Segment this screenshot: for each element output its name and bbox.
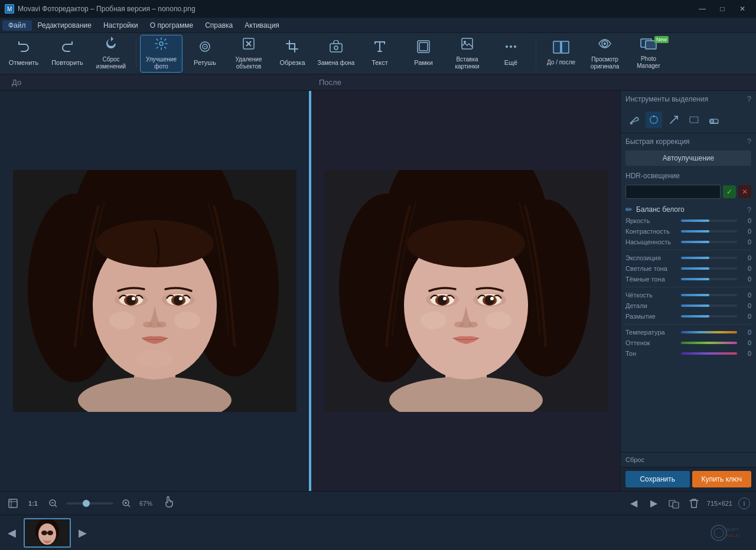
- zoom-in-button[interactable]: [119, 496, 133, 510]
- replace-bg-button[interactable]: Замена фона: [315, 35, 357, 73]
- menu-about[interactable]: О программе: [144, 20, 199, 31]
- lasso-selection-tool[interactable]: [646, 112, 662, 128]
- frames-label: Рамки: [414, 59, 433, 67]
- svg-rect-12: [419, 42, 428, 51]
- next-image-button[interactable]: ▶: [647, 496, 661, 510]
- crop-button[interactable]: Обрезка: [271, 35, 314, 73]
- frames-button[interactable]: Рамки: [402, 35, 445, 73]
- remove-objects-button[interactable]: Удаление объектов: [227, 35, 270, 73]
- tint-slider-row: Оттенок 0: [621, 338, 756, 348]
- maximize-button[interactable]: □: [713, 3, 731, 15]
- view-original-button[interactable]: Просмотр оригинала: [584, 35, 626, 73]
- filmstrip-prev-button[interactable]: ◀: [5, 521, 19, 545]
- prev-image-button[interactable]: ◀: [627, 496, 641, 510]
- svg-point-66: [454, 322, 464, 328]
- retouch-button[interactable]: Ретушь: [184, 35, 226, 73]
- menu-activation[interactable]: Активация: [239, 20, 285, 31]
- rect-selection-tool[interactable]: [686, 112, 702, 128]
- reset-button[interactable]: Сброс изменений: [90, 35, 132, 73]
- temperature-slider[interactable]: [681, 331, 737, 333]
- contrast-slider[interactable]: [681, 230, 737, 233]
- svg-text:SOFT: SOFT: [726, 527, 739, 532]
- blur-value: 0: [739, 313, 751, 320]
- hdr-input[interactable]: [625, 185, 721, 199]
- svg-point-67: [468, 322, 478, 328]
- svg-point-45: [137, 350, 172, 368]
- tint-slider[interactable]: [681, 342, 737, 344]
- canvas-area[interactable]: [0, 91, 620, 491]
- brightness-label: Яркость: [625, 217, 679, 224]
- quick-correction-help[interactable]: ?: [747, 137, 751, 146]
- save-button[interactable]: Сохранить: [625, 471, 690, 487]
- details-slider[interactable]: [681, 305, 737, 307]
- before-after-button[interactable]: До / после: [540, 35, 582, 73]
- menu-edit[interactable]: Редактирование: [32, 20, 97, 31]
- replace-bg-icon: [329, 40, 343, 57]
- menu-settings[interactable]: Настройки: [97, 20, 144, 31]
- retouch-label: Ретушь: [194, 59, 216, 67]
- svg-rect-18: [553, 41, 561, 53]
- exposure-slider[interactable]: [681, 257, 737, 259]
- zoom-slider[interactable]: [66, 502, 113, 505]
- selection-help-icon[interactable]: ?: [747, 94, 751, 103]
- sharpness-slider[interactable]: [681, 294, 737, 296]
- menu-file[interactable]: Файл: [2, 20, 32, 31]
- arrow-selection-tool[interactable]: [666, 112, 682, 128]
- svg-point-47: [174, 312, 200, 329]
- eraser-selection-tool[interactable]: [706, 112, 722, 128]
- svg-point-43: [143, 322, 152, 328]
- actual-size-button[interactable]: 1:1: [26, 496, 40, 510]
- highlights-label: Светлые тона: [625, 265, 679, 272]
- details-slider-row: Детали 0: [621, 300, 756, 311]
- enhance-button[interactable]: Улучшение фото: [140, 35, 183, 73]
- exposure-value: 0: [739, 254, 751, 261]
- filmstrip-thumbnail[interactable]: [24, 518, 71, 548]
- hdr-confirm-button[interactable]: ✓: [723, 185, 736, 198]
- svg-rect-76: [9, 499, 17, 508]
- redo-button[interactable]: Повторить: [46, 35, 89, 73]
- auto-enhance-button[interactable]: Автоулучшение: [625, 150, 751, 166]
- bottom-toolbar: 1:1 67% ◀ ▶: [0, 491, 756, 515]
- white-balance-help[interactable]: ?: [747, 205, 751, 214]
- menu-help[interactable]: Справка: [199, 20, 239, 31]
- svg-point-71: [653, 116, 655, 117]
- blur-slider[interactable]: [681, 315, 737, 317]
- minimize-button[interactable]: —: [693, 3, 711, 15]
- text-button[interactable]: Текст: [359, 35, 401, 73]
- details-value: 0: [739, 302, 751, 309]
- undo-icon: [17, 40, 31, 57]
- slider-divider-3: [625, 324, 751, 325]
- saturation-label: Насыщенность: [625, 238, 679, 245]
- new-badge: New: [654, 36, 669, 43]
- close-button[interactable]: ✕: [734, 3, 751, 15]
- more-button[interactable]: Ещё: [490, 35, 532, 73]
- zoom-thumb[interactable]: [83, 500, 90, 507]
- svg-rect-9: [330, 44, 342, 52]
- insert-image-button[interactable]: Вставка картинки: [446, 35, 488, 73]
- image-info-button[interactable]: i: [738, 497, 750, 509]
- tone-slider[interactable]: [681, 352, 737, 355]
- main-toolbar: Отменить Повторить Сброс изменений Улучш…: [0, 33, 756, 74]
- enhance-label: Улучшение фото: [143, 56, 180, 70]
- hand-tool[interactable]: [163, 496, 175, 510]
- white-balance-title: Баланс белого: [636, 205, 685, 214]
- brightness-slider[interactable]: [681, 220, 737, 222]
- brush-selection-tool[interactable]: [625, 112, 642, 128]
- sharpness-slider-row: Чёткость 0: [621, 290, 756, 300]
- hdr-cancel-button[interactable]: ✕: [738, 185, 751, 198]
- titlebar-left: M Movavi Фоторедактор – Пробная версия –…: [5, 4, 195, 14]
- fit-to-screen-button[interactable]: [6, 496, 20, 510]
- shadows-slider[interactable]: [681, 278, 737, 280]
- filmstrip-next-button[interactable]: ▶: [76, 521, 90, 545]
- saturation-slider[interactable]: [681, 241, 737, 243]
- view-images-button[interactable]: [667, 496, 681, 510]
- buy-key-button[interactable]: Купить ключ: [692, 471, 752, 487]
- svg-line-79: [55, 505, 57, 507]
- delete-button[interactable]: [687, 496, 701, 510]
- insert-image-label: Вставка картинки: [448, 56, 486, 70]
- zoom-out-button[interactable]: [46, 496, 60, 510]
- svg-point-16: [510, 45, 512, 48]
- undo-button[interactable]: Отменить: [2, 35, 45, 73]
- highlights-slider[interactable]: [681, 267, 737, 270]
- compare-divider[interactable]: [309, 91, 311, 491]
